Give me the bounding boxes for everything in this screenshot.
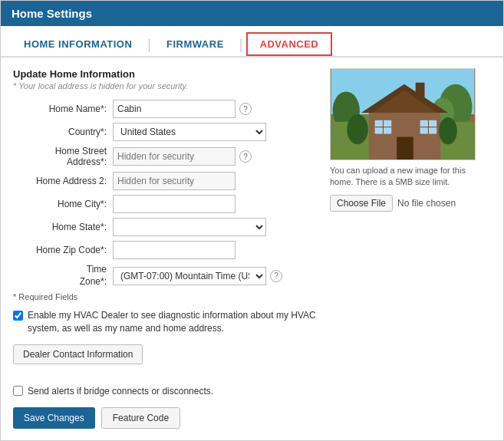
no-file-text: No file chosen (397, 198, 456, 209)
dealer-btn-row: Dealer Contact Information (13, 344, 318, 375)
zip-row: Home Zip Code*: (13, 241, 318, 259)
alert-label[interactable]: Send alerts if bridge connects or discon… (28, 386, 213, 397)
dealer-checkbox-row: Enable my HVAC Dealer to see diagnostic … (13, 309, 318, 335)
city-row: Home City*: (13, 195, 318, 213)
svg-point-17 (439, 117, 457, 144)
street-address-input[interactable] (113, 147, 236, 166)
home-image (330, 68, 476, 160)
state-select[interactable] (113, 218, 266, 236)
timezone-help-icon[interactable]: ? (270, 270, 282, 282)
choose-file-button[interactable]: Choose File (330, 195, 393, 212)
street-address-label: Home Street Address*: (13, 146, 113, 167)
save-changes-button[interactable]: Save Changes (13, 407, 95, 429)
address2-row: Home Address 2: (13, 172, 318, 190)
image-caption: You can upload a new image for this home… (330, 165, 491, 189)
home-name-label: Home Name*: (13, 104, 113, 114)
title-bar: Home Settings (1, 1, 503, 26)
dealer-checkbox[interactable] (13, 311, 23, 321)
country-label: Country*: (13, 127, 113, 137)
home-settings-window: Home Settings HOME INFORMATION | FIRMWAR… (0, 0, 504, 441)
svg-point-16 (347, 114, 368, 144)
left-panel: Update Home Information * Your local add… (13, 68, 318, 429)
country-select[interactable]: United States Canada Mexico United Kingd… (113, 123, 266, 141)
address2-input[interactable] (113, 172, 236, 190)
dealer-contact-button[interactable]: Dealer Contact Information (13, 344, 143, 364)
zip-input[interactable] (113, 241, 236, 259)
street-address-help-icon[interactable]: ? (239, 150, 252, 163)
tab-firmware[interactable]: FIRMWARE (154, 34, 236, 54)
timezone-row: Time Zone*: (GMT-07:00) Mountain Time (U… (13, 264, 318, 288)
state-row: Home State*: (13, 218, 318, 236)
tab-advanced[interactable]: ADVANCED (246, 32, 333, 56)
tab-bar: HOME INFORMATION | FIRMWARE | ADVANCED (1, 26, 503, 57)
file-row: Choose File No file chosen (330, 195, 491, 212)
section-title: Update Home Information (13, 68, 318, 80)
country-row: Country*: United States Canada Mexico Un… (13, 123, 318, 141)
home-image-svg (331, 69, 475, 160)
street-address-row: Home Street Address*: ? (13, 146, 318, 167)
content-area: Update Home Information * Your local add… (1, 58, 503, 439)
state-label: Home State*: (13, 222, 113, 232)
svg-rect-8 (397, 137, 413, 160)
right-panel: You can upload a new image for this home… (330, 68, 491, 429)
bottom-buttons: Save Changes Feature Code (13, 407, 318, 429)
timezone-label: Time Zone*: (13, 264, 113, 288)
alert-checkbox[interactable] (13, 386, 23, 396)
address2-label: Home Address 2: (13, 176, 113, 186)
home-name-input[interactable] (113, 100, 236, 118)
city-label: Home City*: (13, 199, 113, 209)
alert-row: Send alerts if bridge connects or discon… (13, 386, 318, 397)
feature-code-button[interactable]: Feature Code (101, 407, 180, 429)
svg-rect-15 (416, 83, 425, 98)
tab-separator-2: | (236, 38, 246, 51)
required-note: * Required Fields (13, 292, 318, 301)
tab-separator-1: | (144, 38, 154, 51)
tab-home-information[interactable]: HOME INFORMATION (12, 34, 144, 54)
home-name-row: Home Name*: ? (13, 100, 318, 118)
window-title: Home Settings (12, 7, 92, 20)
home-name-help-icon[interactable]: ? (239, 103, 252, 115)
zip-label: Home Zip Code*: (13, 245, 113, 255)
dealer-checkbox-label[interactable]: Enable my HVAC Dealer to see diagnostic … (28, 309, 318, 335)
timezone-select[interactable]: (GMT-07:00) Mountain Time (US & Ca… (GMT… (113, 267, 266, 285)
section-subtitle: * Your local address is hidden for your … (13, 81, 318, 91)
city-input[interactable] (113, 195, 236, 213)
